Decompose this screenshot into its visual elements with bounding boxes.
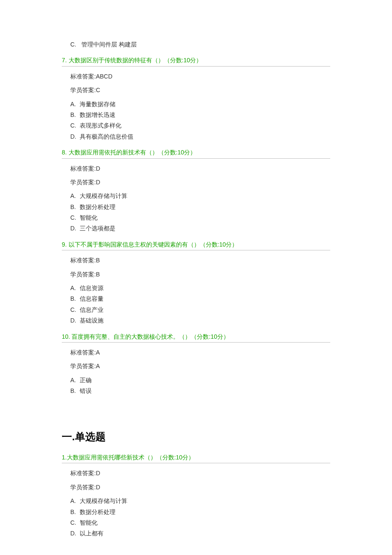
option-letter: B. bbox=[70, 110, 80, 119]
option-text: 大规模存储与计算 bbox=[80, 192, 127, 199]
option-text: 海量数据存储 bbox=[80, 101, 115, 108]
question-number: 9. bbox=[62, 241, 67, 248]
standard-answer-label: 标准答案: bbox=[70, 257, 96, 264]
option-letter: B. bbox=[70, 202, 80, 212]
option: A.正确 bbox=[70, 375, 330, 385]
option-text: 基础设施 bbox=[80, 317, 104, 324]
question-number: 8. bbox=[62, 149, 67, 156]
question-text: 大数据应用需依托哪些新技术（）（分数:10分） bbox=[67, 454, 194, 461]
student-answer-label: 学员答案: bbox=[70, 179, 96, 186]
standard-answer: 标准答案:B bbox=[70, 256, 330, 265]
option-letter: A. bbox=[70, 496, 80, 506]
question-title: 1.大数据应用需依托哪些新技术（）（分数:10分） bbox=[62, 453, 330, 463]
option: C. 管理中间件层 构建层 bbox=[70, 40, 330, 49]
standard-answer: 标准答案:ABCD bbox=[70, 72, 330, 81]
option-letter: D. bbox=[70, 529, 80, 538]
question-number: 10. bbox=[62, 333, 70, 340]
option: B.错误 bbox=[70, 386, 330, 395]
option-text: 数据分析处理 bbox=[80, 203, 115, 210]
option: B.数据分析处理 bbox=[70, 507, 330, 517]
standard-answer-value: B bbox=[96, 257, 100, 264]
option-letter: D. bbox=[70, 224, 80, 233]
page: C. 管理中间件层 构建层 7. 大数据区别于传统数据的特征有（）（分数:10分… bbox=[0, 0, 392, 555]
standard-answer: 标准答案:D bbox=[70, 468, 330, 478]
student-answer: 学员答案:A bbox=[70, 361, 330, 371]
standard-answer: 标准答案:A bbox=[70, 348, 330, 357]
option-letter: C. bbox=[70, 213, 80, 222]
student-answer-value: D bbox=[96, 179, 100, 186]
option: D.具有极高的信息价值 bbox=[70, 132, 330, 141]
question-body: 标准答案:D 学员答案:D A.大规模存储与计算 B.数据分析处理 C.智能化 … bbox=[62, 463, 330, 541]
question-title: 8. 大数据应用需依托的新技术有（）（分数:10分） bbox=[62, 148, 330, 158]
student-answer-value: B bbox=[96, 271, 100, 278]
option: C.信息产业 bbox=[70, 305, 330, 314]
question-title: 7. 大数据区别于传统数据的特征有（）（分数:10分） bbox=[62, 55, 330, 66]
option-text: 以上都有 bbox=[80, 530, 104, 537]
standard-answer-label: 标准答案: bbox=[70, 73, 96, 80]
question-text: 大数据区别于传统数据的特征有（）（分数:10分） bbox=[69, 57, 202, 64]
option-letter: B. bbox=[70, 386, 80, 395]
option: B.信息容量 bbox=[70, 294, 330, 303]
option-text: 数据增长迅速 bbox=[80, 111, 115, 118]
student-answer-value: C bbox=[96, 87, 100, 93]
option-text: 错误 bbox=[80, 387, 92, 394]
option-text: 信息产业 bbox=[80, 306, 104, 313]
option-letter: D. bbox=[70, 132, 80, 141]
option-text: 大规模存储与计算 bbox=[80, 497, 127, 504]
option: A.大规模存储与计算 bbox=[70, 191, 330, 200]
option-text: 数据分析处理 bbox=[80, 509, 115, 515]
option-text: 智能化 bbox=[80, 519, 98, 526]
option: D.三个选项都是 bbox=[70, 224, 330, 233]
question-body: 标准答案:D 学员答案:D A.大规模存储与计算 B.数据分析处理 C.智能化 … bbox=[62, 159, 330, 236]
student-answer: 学员答案:D bbox=[70, 177, 330, 187]
section-heading: 一.单选题 bbox=[62, 429, 330, 445]
option-text: 表现形式多样化 bbox=[80, 122, 121, 129]
standard-answer: 标准答案:D bbox=[70, 164, 330, 173]
student-answer-label: 学员答案: bbox=[70, 87, 96, 93]
standard-answer-value: D bbox=[96, 165, 100, 172]
option-text: 正确 bbox=[80, 377, 92, 384]
question-text: 大数据应用需依托的新技术有（）（分数:10分） bbox=[69, 149, 196, 156]
option-text: 具有极高的信息价值 bbox=[80, 133, 133, 140]
option-letter: C. bbox=[70, 518, 80, 527]
option: A.海量数据存储 bbox=[70, 99, 330, 109]
student-answer: 学员答案:C bbox=[70, 85, 330, 95]
option-letter: C. bbox=[70, 121, 80, 130]
question-number: 1. bbox=[62, 454, 67, 461]
question-body: 标准答案:ABCD 学员答案:C A.海量数据存储 B.数据增长迅速 C.表现形… bbox=[62, 67, 330, 144]
option: C.表现形式多样化 bbox=[70, 121, 330, 130]
question-body: 标准答案:A 学员答案:A A.正确 B.错误 bbox=[62, 343, 330, 399]
student-answer: 学员答案:B bbox=[70, 270, 330, 279]
option: B.数据增长迅速 bbox=[70, 110, 330, 119]
option-letter: C. bbox=[70, 305, 80, 314]
option-letter: A. bbox=[70, 375, 80, 385]
student-answer-label: 学员答案: bbox=[70, 484, 96, 491]
question-body: C. 管理中间件层 构建层 bbox=[62, 40, 330, 52]
option: B.数据分析处理 bbox=[70, 202, 330, 212]
option: C.智能化 bbox=[70, 213, 330, 222]
option-text: 智能化 bbox=[80, 214, 98, 221]
student-answer-value: A bbox=[96, 363, 100, 369]
option-letter: B. bbox=[70, 507, 80, 517]
option-letter: A. bbox=[70, 283, 80, 293]
option-text: 信息资源 bbox=[80, 285, 104, 291]
option-letter: A. bbox=[70, 191, 80, 200]
standard-answer-label: 标准答案: bbox=[70, 470, 96, 477]
option-letter: A. bbox=[70, 99, 80, 109]
student-answer-label: 学员答案: bbox=[70, 271, 96, 278]
question-text: 百度拥有完整、自主的大数据核心技术。（）（分数:10分） bbox=[72, 333, 229, 340]
question-title: 9. 以下不属于影响国家信息主权的关键因素的有（）（分数:10分） bbox=[62, 240, 330, 250]
standard-answer-label: 标准答案: bbox=[70, 349, 96, 356]
student-answer-label: 学员答案: bbox=[70, 363, 96, 369]
option: A.信息资源 bbox=[70, 283, 330, 293]
question-text: 以下不属于影响国家信息主权的关键因素的有（）（分数:10分） bbox=[69, 241, 238, 248]
question-title: 10. 百度拥有完整、自主的大数据核心技术。（）（分数:10分） bbox=[62, 332, 330, 343]
question-number: 7. bbox=[62, 57, 67, 64]
option-text: 三个选项都是 bbox=[80, 225, 115, 232]
standard-answer-label: 标准答案: bbox=[70, 165, 96, 172]
student-answer-value: D bbox=[96, 484, 100, 491]
option: A.大规模存储与计算 bbox=[70, 496, 330, 506]
option-letter: B. bbox=[70, 294, 80, 303]
option: C.智能化 bbox=[70, 518, 330, 527]
question-body: 标准答案:B 学员答案:B A.信息资源 B.信息容量 C.信息产业 D.基础设… bbox=[62, 250, 330, 328]
